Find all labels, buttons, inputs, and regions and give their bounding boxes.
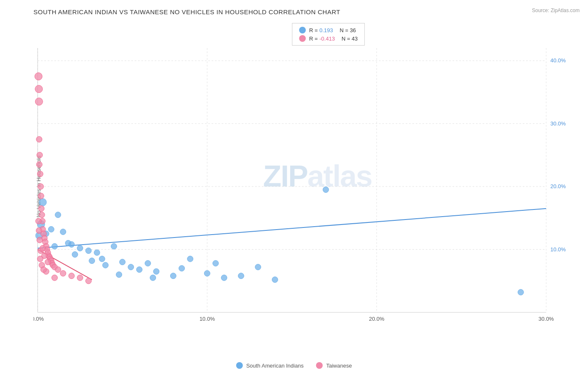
legend-rval-pink: -0.413 xyxy=(320,36,335,42)
svg-point-22 xyxy=(48,226,54,232)
svg-point-65 xyxy=(38,206,44,212)
legend-rval-blue: 0.193 xyxy=(320,27,333,33)
legend-row-pink: R = -0.413 N = 43 xyxy=(299,35,358,42)
chart-area: ZIPatlas R = 0.193 N = 36 R = -0.413 N =… xyxy=(33,19,580,333)
svg-text:40.0%: 40.0% xyxy=(550,57,566,64)
svg-point-55 xyxy=(518,289,524,295)
legend-n-blue: N = 36 xyxy=(340,27,356,33)
svg-point-35 xyxy=(128,264,134,270)
svg-point-85 xyxy=(77,275,83,281)
svg-point-21 xyxy=(55,212,61,218)
svg-text:0.0%: 0.0% xyxy=(33,316,44,322)
svg-point-56 xyxy=(35,73,42,80)
bottom-legend: South American Indians Taiwanese xyxy=(236,362,352,369)
svg-point-32 xyxy=(111,243,117,249)
svg-text:30.0%: 30.0% xyxy=(539,316,554,322)
svg-text:10.0%: 10.0% xyxy=(550,246,566,253)
svg-point-50 xyxy=(150,275,156,281)
svg-point-29 xyxy=(86,248,92,254)
svg-point-84 xyxy=(69,273,74,279)
svg-point-83 xyxy=(60,271,66,276)
bottom-legend-pink-label: Taiwanese xyxy=(326,363,352,369)
svg-point-62 xyxy=(37,171,43,177)
svg-point-43 xyxy=(238,273,244,279)
svg-point-94 xyxy=(37,256,43,262)
svg-point-54 xyxy=(323,187,329,193)
svg-point-61 xyxy=(36,161,42,167)
legend-swatch-pink xyxy=(299,35,306,42)
svg-text:10.0%: 10.0% xyxy=(199,316,215,322)
svg-point-30 xyxy=(94,250,100,255)
svg-point-53 xyxy=(272,277,278,283)
svg-point-58 xyxy=(35,98,43,105)
svg-point-25 xyxy=(69,241,74,247)
svg-point-23 xyxy=(60,229,66,235)
svg-text:30.0%: 30.0% xyxy=(550,120,566,127)
svg-point-98 xyxy=(41,267,46,273)
legend-swatch-blue xyxy=(299,27,306,33)
bottom-legend-blue: South American Indians xyxy=(236,362,304,369)
svg-point-93 xyxy=(36,227,42,233)
svg-point-60 xyxy=(37,152,43,158)
svg-point-64 xyxy=(38,193,44,199)
svg-line-18 xyxy=(38,209,546,248)
svg-point-59 xyxy=(36,136,42,142)
bottom-swatch-blue xyxy=(236,362,243,369)
svg-point-44 xyxy=(255,264,261,270)
legend-row-blue: R = 0.193 N = 36 xyxy=(299,27,358,33)
legend-box: R = 0.193 N = 36 R = -0.413 N = 43 xyxy=(292,23,365,46)
svg-point-26 xyxy=(77,245,83,251)
svg-point-34 xyxy=(120,259,125,265)
bottom-swatch-pink xyxy=(316,362,323,369)
source-label: Source: ZipAtlas.com xyxy=(532,8,580,13)
svg-point-97 xyxy=(52,275,58,281)
svg-point-57 xyxy=(35,85,43,93)
svg-point-52 xyxy=(213,261,219,266)
svg-point-37 xyxy=(145,261,151,266)
svg-point-42 xyxy=(221,275,227,281)
svg-point-92 xyxy=(36,218,41,224)
bottom-legend-blue-label: South American Indians xyxy=(246,363,304,369)
svg-point-20 xyxy=(39,199,46,206)
svg-point-63 xyxy=(38,184,43,189)
svg-point-90 xyxy=(45,259,51,265)
legend-r-pink: R = xyxy=(309,36,318,42)
svg-point-38 xyxy=(153,268,159,274)
svg-point-46 xyxy=(52,243,58,249)
legend-r-blue: R = xyxy=(309,27,318,33)
svg-point-66 xyxy=(39,212,45,218)
svg-text:20.0%: 20.0% xyxy=(369,316,384,322)
svg-point-91 xyxy=(37,237,43,243)
svg-point-51 xyxy=(179,266,185,271)
svg-point-82 xyxy=(55,267,61,273)
svg-point-88 xyxy=(40,245,46,251)
svg-point-33 xyxy=(102,262,108,268)
svg-text:20.0%: 20.0% xyxy=(550,183,566,189)
svg-point-31 xyxy=(99,256,105,262)
svg-point-36 xyxy=(136,267,142,273)
chart-container: SOUTH AMERICAN INDIAN VS TAIWANESE NO VE… xyxy=(0,0,588,373)
chart-title: SOUTH AMERICAN INDIAN VS TAIWANESE NO VE… xyxy=(33,8,580,15)
svg-point-47 xyxy=(72,252,78,258)
bottom-legend-pink: Taiwanese xyxy=(316,362,352,369)
svg-point-49 xyxy=(116,272,122,278)
svg-point-39 xyxy=(170,273,176,279)
svg-point-40 xyxy=(187,256,193,262)
scatter-chart: 10.0%20.0%30.0%40.0%0.0%10.0%20.0%30.0% xyxy=(33,19,580,333)
svg-point-86 xyxy=(86,278,92,284)
svg-point-41 xyxy=(204,271,210,276)
svg-point-48 xyxy=(89,258,95,264)
legend-n-pink: N = 43 xyxy=(342,36,358,42)
